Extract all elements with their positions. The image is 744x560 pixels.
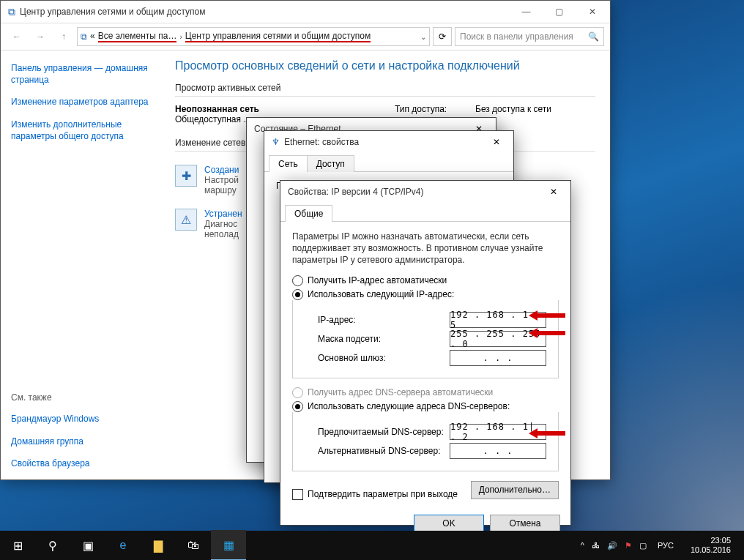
svg-marker-0	[529, 310, 565, 321]
search-taskbar-button[interactable]: ⚲	[35, 531, 70, 560]
window-title: Центр управления сетями и общим доступом	[20, 7, 206, 17]
create-icon: ✚	[175, 165, 197, 187]
svg-marker-2	[529, 428, 565, 438]
taskbar: ⊞ ⚲ ▣ e ▇ 🛍 ▦ ^ 🖧 🔊 ⚑ ▢ РУС 23:05 10.05.…	[0, 531, 744, 560]
sidebar-firewall[interactable]: Брандмауэр Windows	[11, 413, 150, 425]
titlebar[interactable]: ⧉ Центр управления сетями и общим доступ…	[1, 1, 610, 23]
taskview-button[interactable]: ▣	[70, 531, 105, 560]
page-header: Просмотр основных сведений о сети и наст…	[175, 59, 595, 72]
radio-icon	[292, 289, 303, 300]
action-center-icon[interactable]: ▢	[639, 541, 647, 550]
edge-button[interactable]: e	[105, 531, 141, 560]
task2-link: Устранен	[204, 209, 242, 219]
clock-time: 23:05	[691, 536, 731, 545]
annotation-arrow	[529, 428, 565, 438]
svg-marker-1	[529, 328, 565, 338]
language-indicator[interactable]: РУС	[654, 539, 677, 552]
sidebar-home[interactable]: Панель управления — домашняя страница	[11, 62, 150, 86]
nav-up-button[interactable]: ↑	[53, 26, 74, 47]
address-path[interactable]: ⧉ « Все элементы па… › Центр управления …	[77, 27, 430, 46]
see-also-label: См. также	[11, 392, 150, 403]
task1-link: Создани	[204, 165, 239, 175]
ipv4-title: Свойства: IP версии 4 (TCP/IPv4)	[288, 187, 541, 197]
active-networks-header: Просмотр активных сетей	[175, 83, 595, 97]
radio-icon	[292, 275, 303, 286]
checkbox-icon	[292, 489, 303, 500]
radio-manual-dns[interactable]: Использовать следующие адреса DNS-сервер…	[292, 401, 559, 412]
breadcrumb-current[interactable]: Центр управления сетями и общим доступом	[185, 31, 371, 42]
radio-icon	[292, 387, 303, 398]
annotation-arrow	[529, 310, 565, 321]
sidebar-browser-props[interactable]: Свойства браузера	[11, 458, 150, 469]
cp-icon: ⧉	[81, 31, 87, 42]
nav-back-button[interactable]: ←	[7, 26, 27, 47]
breadcrumb-all-items[interactable]: Все элементы па…	[98, 31, 177, 42]
ipv4-titlebar[interactable]: Свойства: IP версии 4 (TCP/IPv4) ✕	[280, 181, 570, 203]
radio-icon	[292, 401, 303, 412]
auto-dns-label: Получить адрес DNS-сервера автоматически	[308, 387, 493, 397]
ip-address-label: IP-адрес:	[318, 315, 450, 325]
radio-auto-dns: Получить адрес DNS-сервера автоматически	[292, 387, 559, 398]
search-input[interactable]: Поиск в панели управления 🔍	[455, 27, 604, 46]
close-button[interactable]: ✕	[576, 1, 609, 23]
ok-button[interactable]: OK	[414, 515, 484, 533]
manual-ip-label: Использовать следующий IP-адрес:	[308, 289, 454, 299]
validate-checkbox[interactable]: Подтвердить параметры при выходе	[292, 489, 458, 500]
search-placeholder: Поиск в панели управления	[460, 31, 573, 42]
refresh-button[interactable]: ⟳	[433, 27, 452, 46]
troubleshoot-icon: ⚠	[175, 209, 197, 231]
clock-date: 10.05.2016	[691, 545, 731, 555]
subnet-mask-label: Маска подсети:	[318, 334, 450, 344]
manual-dns-label: Использовать следующие адреса DNS-сервер…	[308, 401, 510, 411]
radio-auto-ip[interactable]: Получить IP-адрес автоматически	[292, 275, 559, 286]
control-panel-taskbar-button[interactable]: ▦	[211, 530, 246, 560]
volume-tray-icon[interactable]: 🔊	[607, 541, 617, 550]
network-tray-icon[interactable]: 🖧	[592, 541, 600, 550]
network-icon: ⧉	[8, 6, 15, 18]
cancel-button[interactable]: Отмена	[490, 515, 560, 533]
preferred-dns-label: Предпочитаемый DNS-сервер:	[318, 427, 450, 437]
annotation-arrow	[529, 328, 565, 338]
tray-chevron-icon[interactable]: ^	[581, 541, 584, 550]
explorer-button[interactable]: ▇	[141, 531, 176, 560]
sidebar: Панель управления — домашняя страница Из…	[1, 51, 160, 481]
start-button[interactable]: ⊞	[0, 531, 35, 560]
tab-network[interactable]: Сеть	[269, 155, 308, 172]
alternate-dns-label: Альтернативный DNS-сервер:	[318, 446, 450, 456]
sidebar-sharing-settings[interactable]: Изменить дополнительные параметры общего…	[11, 119, 150, 142]
eth-titlebar[interactable]: ♆ Ethernet: свойства ✕	[264, 131, 513, 153]
gateway-label: Основной шлюз:	[318, 353, 450, 363]
chevron-down-icon[interactable]: ⌄	[420, 33, 426, 41]
taskbar-clock[interactable]: 23:05 10.05.2016	[685, 536, 737, 555]
validate-label: Подтвердить параметры при выходе	[308, 489, 458, 499]
nav-forward-button[interactable]: →	[30, 26, 51, 47]
ipv4-close-button[interactable]: ✕	[541, 183, 566, 201]
network-name: Неопознанная сеть	[175, 104, 395, 114]
eth-title: Ethernet: свойства	[284, 137, 484, 147]
search-icon: 🔍	[588, 31, 599, 42]
ethernet-icon: ♆	[272, 137, 280, 147]
system-tray[interactable]: ^ 🖧 🔊 ⚑ ▢ РУС 23:05 10.05.2016	[573, 536, 744, 555]
breadcrumb-prefix: «	[90, 31, 95, 42]
maximize-button[interactable]: ▢	[543, 1, 576, 23]
security-tray-icon[interactable]: ⚑	[625, 541, 632, 550]
sidebar-homegroup[interactable]: Домашняя группа	[11, 436, 150, 447]
chevron-icon: ›	[179, 33, 182, 41]
auto-ip-label: Получить IP-адрес автоматически	[308, 275, 447, 285]
gateway-input[interactable]: . . .	[450, 350, 546, 366]
tab-general[interactable]: Общие	[285, 205, 332, 222]
ipv4-properties-dialog: Свойства: IP версии 4 (TCP/IPv4) ✕ Общие…	[280, 180, 571, 526]
advanced-button[interactable]: Дополнительно…	[471, 481, 559, 499]
radio-manual-ip[interactable]: Использовать следующий IP-адрес:	[292, 289, 559, 300]
tab-access[interactable]: Доступ	[307, 155, 354, 172]
sidebar-adapter-settings[interactable]: Изменение параметров адаптера	[11, 96, 150, 108]
ipv4-explain-text: Параметры IP можно назначать автоматичес…	[292, 231, 559, 266]
minimize-button[interactable]: —	[510, 1, 543, 23]
alternate-dns-input[interactable]: . . .	[450, 443, 546, 459]
store-button[interactable]: 🛍	[176, 531, 211, 560]
eth-close-button[interactable]: ✕	[484, 133, 509, 151]
